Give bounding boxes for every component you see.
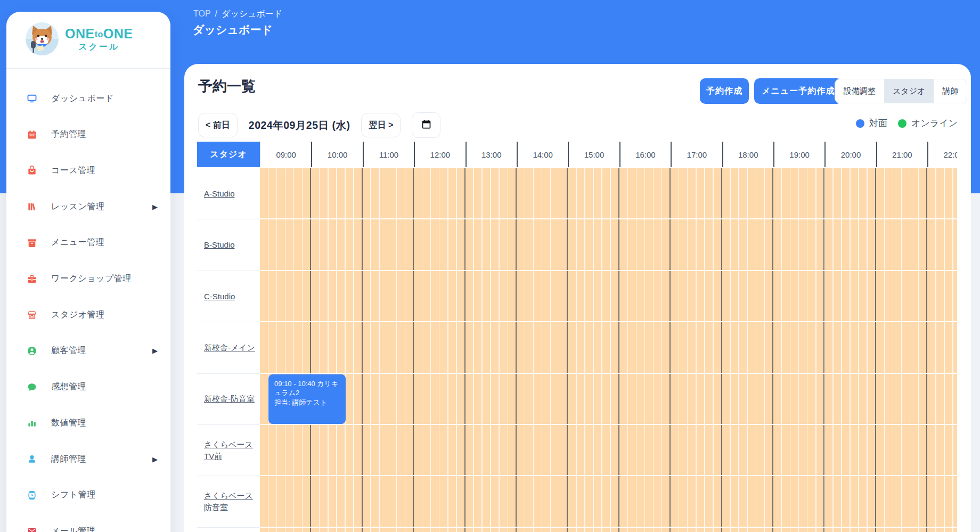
sidebar-item-5[interactable]: ワークショップ管理: [6, 266, 170, 292]
date-picker-input[interactable]: [412, 112, 440, 138]
create-menu-booking-button[interactable]: メニュー予約作成: [754, 78, 842, 104]
timeline-row-2: [260, 271, 957, 322]
sidebar-item-label: 数値管理: [51, 418, 86, 429]
tab-1[interactable]: スタジオ: [884, 79, 934, 103]
timeline-row-3: [260, 322, 957, 373]
timeline-row-7: [260, 528, 957, 532]
time-header-14:00: 14:00: [517, 142, 568, 167]
schedule-corner-label: スタジオ: [197, 142, 260, 167]
legend-item-1: オンライン: [898, 117, 958, 129]
time-header-21:00: 21:00: [876, 142, 927, 167]
chat-icon: [27, 382, 37, 392]
calendar-icon: [421, 119, 432, 132]
time-header-13:00: 13:00: [466, 142, 517, 167]
legend-label: 対面: [869, 117, 887, 129]
books-icon: [27, 201, 37, 212]
schedule-row-2: C-Studio: [197, 271, 957, 322]
schedule-row-7: [197, 528, 957, 532]
package-icon: [27, 238, 37, 248]
studio-link-1[interactable]: B-Studio: [197, 219, 260, 271]
chart-icon: [27, 418, 37, 428]
sidebar-item-6[interactable]: スタジオ管理: [6, 302, 170, 328]
time-header-17:00: 17:00: [671, 142, 722, 167]
sidebar-item-9[interactable]: 数値管理: [6, 410, 170, 436]
sidebar-item-label: ダッシュボード: [51, 93, 114, 104]
schedule-row-3: 新校舎-メイン: [197, 322, 957, 373]
sidebar-item-label: 講師管理: [51, 454, 86, 465]
sidebar-item-11[interactable]: シフト管理: [6, 482, 170, 508]
sidebar-item-4[interactable]: メニュー管理: [6, 230, 170, 256]
sidebar-item-label: メニュー管理: [51, 237, 104, 248]
sidebar-item-12[interactable]: メール管理: [6, 518, 170, 532]
event-staff: 担当: 講師テスト: [274, 398, 341, 407]
time-header-20:00: 20:00: [824, 142, 876, 167]
booking-event[interactable]: 09:10 - 10:40 カリキュラム2担当: 講師テスト: [268, 374, 346, 424]
briefcase-icon: [27, 274, 37, 284]
sidebar-item-label: 予約管理: [51, 129, 86, 140]
sidebar-item-label: スタジオ管理: [51, 309, 105, 321]
time-header-09:00: 09:00: [260, 142, 311, 167]
panel-title: 予約一覧: [198, 77, 256, 96]
sidebar-item-label: コース管理: [51, 165, 95, 176]
create-booking-button[interactable]: 予約作成: [700, 78, 749, 104]
date-navigation: < 前日 2024年09月25日 (水) 翌日 >: [198, 113, 440, 137]
schedule-grid: スタジオ 09:0010:0011:0012:0013:0014:0015:00…: [197, 142, 957, 532]
schedule-header-row: スタジオ 09:0010:0011:0012:0013:0014:0015:00…: [197, 142, 957, 167]
chevron-right-icon: ▶: [152, 203, 158, 211]
view-mode-tabs: 設備調整スタジオ講師: [835, 79, 967, 103]
legend-dot-icon: [898, 119, 907, 128]
prev-day-button[interactable]: < 前日: [198, 113, 238, 137]
studio-link-5[interactable]: さくらベースTV前: [197, 425, 260, 476]
next-day-button[interactable]: 翌日 >: [361, 113, 401, 137]
sidebar-item-label: メール管理: [51, 526, 95, 532]
sidebar-item-3[interactable]: レッスン管理▶: [6, 194, 170, 219]
schedule-row-6: さくらベース防音室: [197, 476, 957, 527]
watch-icon: [27, 490, 37, 501]
time-header-19:00: 19:00: [773, 142, 824, 167]
time-header-10:00: 10:00: [311, 142, 362, 167]
sidebar-item-10[interactable]: 講師管理▶: [6, 446, 170, 472]
legend-dot-icon: [856, 119, 864, 128]
calendar-icon: [27, 129, 37, 140]
breadcrumb-top-link[interactable]: TOP: [193, 9, 211, 18]
sidebar-item-1[interactable]: 予約管理: [6, 122, 170, 148]
sidebar-item-label: 顧客管理: [51, 345, 86, 356]
time-header-11:00: 11:00: [363, 142, 414, 167]
tab-2[interactable]: 講師: [934, 79, 967, 103]
booking-panel: 予約一覧 予約作成 メニュー予約作成 設備調整スタジオ講師 < 前日 2024年…: [184, 64, 971, 532]
tab-0[interactable]: 設備調整: [835, 79, 884, 103]
user-icon: [27, 454, 37, 464]
chevron-right-icon: ▶: [152, 455, 158, 463]
timeline-row-0: [260, 168, 957, 219]
timeline-row-4: 09:10 - 10:40 カリキュラム2担当: 講師テスト: [260, 374, 957, 425]
breadcrumb: TOP/ダッシュボード: [193, 9, 282, 20]
timeline-row-5: [260, 425, 957, 476]
studio-link-3[interactable]: 新校舎-メイン: [197, 322, 260, 373]
schedule-row-5: さくらベースTV前: [197, 425, 957, 476]
sidebar-item-2[interactable]: コース管理: [6, 158, 170, 183]
studio-link-2[interactable]: C-Studio: [197, 271, 260, 322]
sidebar-menu: ダッシュボード予約管理コース管理レッスン管理▶メニュー管理ワークショップ管理スタ…: [6, 12, 170, 532]
studio-link-6[interactable]: さくらベース防音室: [197, 476, 260, 527]
schedule-row-4: 新校舎-防音室09:10 - 10:40 カリキュラム2担当: 講師テスト: [197, 374, 957, 425]
sidebar-item-0[interactable]: ダッシュボード: [6, 86, 170, 111]
sidebar-item-7[interactable]: 顧客管理▶: [6, 338, 170, 364]
sidebar: ONEtoONE スクール ダッシュボード予約管理コース管理レッスン管理▶メニュ…: [6, 12, 170, 532]
sidebar-item-label: ワークショップ管理: [51, 273, 132, 284]
schedule-row-1: B-Studio: [197, 219, 957, 271]
studio-link-0[interactable]: A-Studio: [197, 168, 260, 219]
studio-link-4[interactable]: 新校舎-防音室: [197, 374, 260, 425]
sidebar-item-8[interactable]: 感想管理: [6, 374, 170, 400]
mail-icon: [27, 526, 37, 532]
current-date-label: 2024年09月25日 (水): [249, 118, 350, 133]
timeline-row-1: [260, 219, 957, 271]
breadcrumb-current: ダッシュボード: [222, 9, 282, 18]
schedule-body: A-StudioB-StudioC-Studio新校舎-メイン新校舎-防音室09…: [197, 168, 957, 532]
sidebar-item-label: 感想管理: [51, 381, 86, 392]
monitor-icon: [27, 93, 37, 104]
sidebar-item-label: レッスン管理: [51, 201, 105, 212]
page-title: ダッシュボード: [193, 22, 273, 37]
time-header-18:00: 18:00: [722, 142, 773, 167]
legend-item-0: 対面: [856, 117, 887, 129]
breadcrumb-separator: /: [215, 9, 217, 18]
